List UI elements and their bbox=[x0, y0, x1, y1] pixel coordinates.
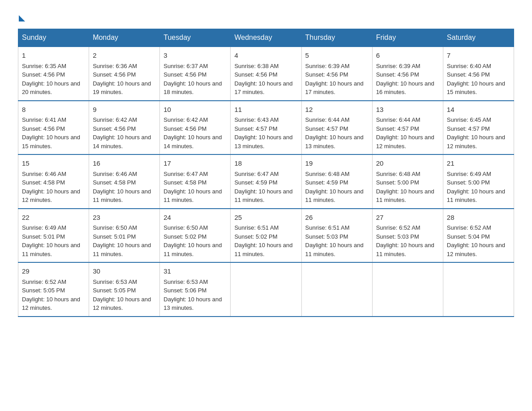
day-cell-14: 14Sunrise: 6:45 AMSunset: 4:57 PMDayligh… bbox=[443, 101, 514, 155]
day-cell-17: 17Sunrise: 6:47 AMSunset: 4:58 PMDayligh… bbox=[160, 154, 231, 209]
header-row: SundayMondayTuesdayWednesdayThursdayFrid… bbox=[18, 29, 514, 47]
week-row-3: 15Sunrise: 6:46 AMSunset: 4:58 PMDayligh… bbox=[18, 154, 514, 209]
day-cell-16: 16Sunrise: 6:46 AMSunset: 4:58 PMDayligh… bbox=[89, 154, 160, 209]
day-info: Sunrise: 6:38 AMSunset: 4:56 PMDaylight:… bbox=[234, 62, 297, 97]
day-cell-6: 6Sunrise: 6:39 AMSunset: 4:56 PMDaylight… bbox=[372, 47, 443, 101]
day-number: 9 bbox=[93, 105, 156, 115]
day-number: 14 bbox=[447, 105, 510, 115]
day-info: Sunrise: 6:50 AMSunset: 5:02 PMDaylight:… bbox=[163, 223, 227, 258]
day-info: Sunrise: 6:51 AMSunset: 5:02 PMDaylight:… bbox=[234, 223, 297, 258]
day-info: Sunrise: 6:52 AMSunset: 5:04 PMDaylight:… bbox=[447, 223, 510, 258]
day-info: Sunrise: 6:52 AMSunset: 5:05 PMDaylight:… bbox=[22, 278, 85, 313]
day-cell-12: 12Sunrise: 6:44 AMSunset: 4:57 PMDayligh… bbox=[301, 101, 372, 155]
day-info: Sunrise: 6:51 AMSunset: 5:03 PMDaylight:… bbox=[305, 223, 369, 258]
day-number: 25 bbox=[234, 213, 297, 223]
col-header-tuesday: Tuesday bbox=[160, 29, 231, 47]
day-number: 3 bbox=[163, 51, 227, 61]
day-number: 23 bbox=[93, 213, 156, 223]
day-cell-24: 24Sunrise: 6:50 AMSunset: 5:02 PMDayligh… bbox=[160, 209, 231, 263]
day-cell-26: 26Sunrise: 6:51 AMSunset: 5:03 PMDayligh… bbox=[301, 209, 372, 263]
day-info: Sunrise: 6:49 AMSunset: 5:00 PMDaylight:… bbox=[447, 170, 510, 205]
logo-triangle-icon bbox=[19, 15, 25, 21]
day-info: Sunrise: 6:43 AMSunset: 4:57 PMDaylight:… bbox=[234, 116, 297, 150]
day-info: Sunrise: 6:49 AMSunset: 5:01 PMDaylight:… bbox=[22, 223, 85, 258]
day-cell-31: 31Sunrise: 6:53 AMSunset: 5:06 PMDayligh… bbox=[160, 262, 231, 317]
day-cell-28: 28Sunrise: 6:52 AMSunset: 5:04 PMDayligh… bbox=[443, 209, 514, 263]
day-cell-18: 18Sunrise: 6:47 AMSunset: 4:59 PMDayligh… bbox=[231, 154, 301, 209]
day-cell-5: 5Sunrise: 6:39 AMSunset: 4:56 PMDaylight… bbox=[301, 47, 372, 101]
day-number: 15 bbox=[22, 158, 85, 169]
day-info: Sunrise: 6:46 AMSunset: 4:58 PMDaylight:… bbox=[22, 170, 85, 205]
day-cell-2: 2Sunrise: 6:36 AMSunset: 4:56 PMDaylight… bbox=[89, 47, 160, 101]
header bbox=[18, 13, 514, 20]
col-header-sunday: Sunday bbox=[18, 29, 89, 47]
day-info: Sunrise: 6:50 AMSunset: 5:01 PMDaylight:… bbox=[93, 223, 156, 258]
day-cell-10: 10Sunrise: 6:42 AMSunset: 4:56 PMDayligh… bbox=[160, 101, 231, 155]
week-row-5: 29Sunrise: 6:52 AMSunset: 5:05 PMDayligh… bbox=[18, 262, 514, 317]
day-info: Sunrise: 6:41 AMSunset: 4:56 PMDaylight:… bbox=[22, 116, 85, 150]
day-number: 18 bbox=[234, 158, 297, 169]
day-number: 30 bbox=[93, 266, 156, 277]
day-number: 2 bbox=[93, 51, 156, 61]
day-info: Sunrise: 6:37 AMSunset: 4:56 PMDaylight:… bbox=[163, 62, 227, 97]
day-info: Sunrise: 6:48 AMSunset: 4:59 PMDaylight:… bbox=[305, 170, 369, 205]
col-header-wednesday: Wednesday bbox=[231, 29, 301, 47]
day-cell-11: 11Sunrise: 6:43 AMSunset: 4:57 PMDayligh… bbox=[231, 101, 301, 155]
day-info: Sunrise: 6:53 AMSunset: 5:05 PMDaylight:… bbox=[93, 278, 156, 313]
day-info: Sunrise: 6:47 AMSunset: 4:58 PMDaylight:… bbox=[163, 170, 227, 205]
day-number: 21 bbox=[447, 158, 510, 169]
day-number: 24 bbox=[163, 213, 227, 223]
day-number: 11 bbox=[234, 105, 297, 115]
empty-cell bbox=[301, 262, 372, 317]
day-info: Sunrise: 6:40 AMSunset: 4:56 PMDaylight:… bbox=[447, 62, 510, 97]
col-header-thursday: Thursday bbox=[301, 29, 372, 47]
day-number: 17 bbox=[163, 158, 227, 169]
day-cell-7: 7Sunrise: 6:40 AMSunset: 4:56 PMDaylight… bbox=[443, 47, 514, 101]
col-header-saturday: Saturday bbox=[443, 29, 514, 47]
day-number: 1 bbox=[22, 51, 85, 61]
empty-cell bbox=[443, 262, 514, 317]
logo bbox=[18, 13, 25, 20]
day-number: 16 bbox=[93, 158, 156, 169]
day-cell-3: 3Sunrise: 6:37 AMSunset: 4:56 PMDaylight… bbox=[160, 47, 231, 101]
day-info: Sunrise: 6:46 AMSunset: 4:58 PMDaylight:… bbox=[93, 170, 156, 205]
day-cell-1: 1Sunrise: 6:35 AMSunset: 4:56 PMDaylight… bbox=[18, 47, 89, 101]
day-cell-20: 20Sunrise: 6:48 AMSunset: 5:00 PMDayligh… bbox=[372, 154, 443, 209]
day-number: 13 bbox=[376, 105, 439, 115]
day-cell-22: 22Sunrise: 6:49 AMSunset: 5:01 PMDayligh… bbox=[18, 209, 89, 263]
day-cell-30: 30Sunrise: 6:53 AMSunset: 5:05 PMDayligh… bbox=[89, 262, 160, 317]
day-cell-23: 23Sunrise: 6:50 AMSunset: 5:01 PMDayligh… bbox=[89, 209, 160, 263]
col-header-monday: Monday bbox=[89, 29, 160, 47]
day-info: Sunrise: 6:47 AMSunset: 4:59 PMDaylight:… bbox=[234, 170, 297, 205]
day-cell-25: 25Sunrise: 6:51 AMSunset: 5:02 PMDayligh… bbox=[231, 209, 301, 263]
day-info: Sunrise: 6:39 AMSunset: 4:56 PMDaylight:… bbox=[305, 62, 369, 97]
week-row-1: 1Sunrise: 6:35 AMSunset: 4:56 PMDaylight… bbox=[18, 47, 514, 101]
day-number: 27 bbox=[376, 213, 439, 223]
day-info: Sunrise: 6:36 AMSunset: 4:56 PMDaylight:… bbox=[93, 62, 156, 97]
week-row-4: 22Sunrise: 6:49 AMSunset: 5:01 PMDayligh… bbox=[18, 209, 514, 263]
day-cell-4: 4Sunrise: 6:38 AMSunset: 4:56 PMDaylight… bbox=[231, 47, 301, 101]
day-info: Sunrise: 6:42 AMSunset: 4:56 PMDaylight:… bbox=[163, 116, 227, 150]
day-cell-19: 19Sunrise: 6:48 AMSunset: 4:59 PMDayligh… bbox=[301, 154, 372, 209]
day-number: 20 bbox=[376, 158, 439, 169]
day-info: Sunrise: 6:53 AMSunset: 5:06 PMDaylight:… bbox=[163, 278, 227, 313]
day-number: 29 bbox=[22, 266, 85, 277]
day-info: Sunrise: 6:44 AMSunset: 4:57 PMDaylight:… bbox=[305, 116, 369, 150]
day-cell-29: 29Sunrise: 6:52 AMSunset: 5:05 PMDayligh… bbox=[18, 262, 89, 317]
day-number: 4 bbox=[234, 51, 297, 61]
day-cell-15: 15Sunrise: 6:46 AMSunset: 4:58 PMDayligh… bbox=[18, 154, 89, 209]
day-cell-21: 21Sunrise: 6:49 AMSunset: 5:00 PMDayligh… bbox=[443, 154, 514, 209]
day-number: 22 bbox=[22, 213, 85, 223]
day-info: Sunrise: 6:48 AMSunset: 5:00 PMDaylight:… bbox=[376, 170, 439, 205]
day-info: Sunrise: 6:45 AMSunset: 4:57 PMDaylight:… bbox=[447, 116, 510, 150]
day-number: 10 bbox=[163, 105, 227, 115]
day-number: 26 bbox=[305, 213, 369, 223]
day-number: 28 bbox=[447, 213, 510, 223]
day-number: 8 bbox=[22, 105, 85, 115]
day-number: 6 bbox=[376, 51, 439, 61]
col-header-friday: Friday bbox=[372, 29, 443, 47]
day-number: 31 bbox=[163, 266, 227, 277]
day-info: Sunrise: 6:35 AMSunset: 4:56 PMDaylight:… bbox=[22, 62, 85, 97]
day-cell-13: 13Sunrise: 6:44 AMSunset: 4:57 PMDayligh… bbox=[372, 101, 443, 155]
week-row-2: 8Sunrise: 6:41 AMSunset: 4:56 PMDaylight… bbox=[18, 101, 514, 155]
